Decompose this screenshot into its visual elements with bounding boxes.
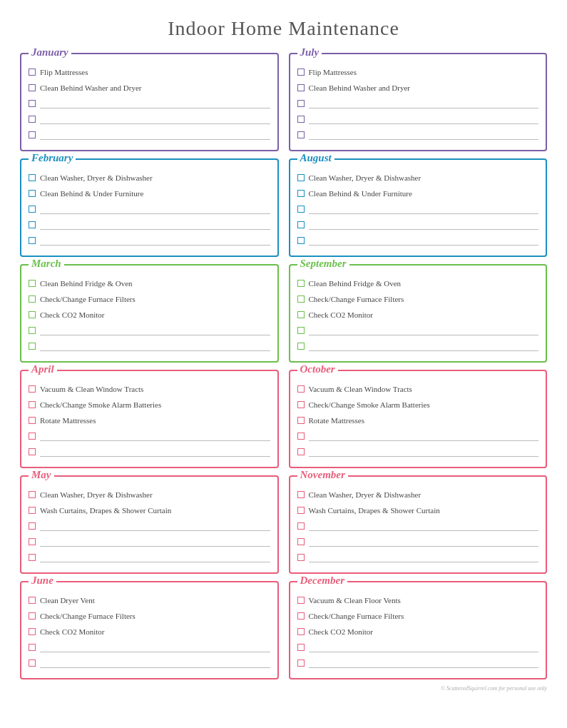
blank-checkbox-icon[interactable] [297,343,305,350]
blank-task-item[interactable] [297,234,539,247]
blank-checkbox-icon[interactable] [297,448,305,455]
checkbox-icon[interactable] [29,417,36,424]
blank-checkbox-icon[interactable] [29,116,36,123]
checkbox-icon[interactable] [297,401,305,408]
blank-task-item[interactable] [297,445,539,458]
checkbox-icon[interactable] [297,295,305,303]
task-item[interactable]: Clean Washer, Dryer & Dishwasher [297,488,539,501]
blank-checkbox-icon[interactable] [297,327,305,334]
blank-task-item[interactable] [29,234,270,247]
task-item[interactable]: Check/Change Furnace Filters [29,610,270,622]
blank-checkbox-icon[interactable] [29,644,36,651]
task-item[interactable]: Clean Dryer Vent [29,594,270,607]
checkbox-icon[interactable] [297,69,305,76]
blank-checkbox-icon[interactable] [29,100,36,107]
task-item[interactable]: Clean Behind Washer and Dryer [297,81,539,94]
blank-task-item[interactable] [29,641,270,654]
blank-task-item[interactable] [29,551,270,564]
checkbox-icon[interactable] [29,628,36,635]
blank-checkbox-icon[interactable] [297,644,305,651]
blank-task-item[interactable] [29,324,270,337]
blank-task-item[interactable] [297,113,539,126]
task-item[interactable]: Vacuum & Clean Window Tracts [29,383,270,395]
checkbox-icon[interactable] [29,295,36,303]
blank-task-item[interactable] [297,657,539,669]
blank-checkbox-icon[interactable] [29,221,36,228]
blank-task-item[interactable] [297,203,539,216]
blank-checkbox-icon[interactable] [297,433,305,440]
blank-task-item[interactable] [297,430,539,443]
blank-task-item[interactable] [297,128,539,141]
task-item[interactable]: Clean Washer, Dryer & Dishwasher [29,171,270,184]
blank-task-item[interactable] [29,113,270,126]
blank-task-item[interactable] [29,445,270,458]
blank-checkbox-icon[interactable] [29,554,36,561]
blank-checkbox-icon[interactable] [29,327,36,334]
checkbox-icon[interactable] [297,84,305,91]
blank-checkbox-icon[interactable] [297,131,305,138]
blank-task-item[interactable] [29,128,270,141]
task-item[interactable]: Check/Change Furnace Filters [297,293,539,305]
task-item[interactable]: Clean Washer, Dryer & Dishwasher [29,488,270,501]
blank-checkbox-icon[interactable] [29,237,36,244]
checkbox-icon[interactable] [297,280,305,287]
blank-task-item[interactable] [29,535,270,548]
task-item[interactable]: Check CO2 Monitor [29,625,270,638]
checkbox-icon[interactable] [297,612,305,620]
blank-task-item[interactable] [29,218,270,231]
checkbox-icon[interactable] [29,385,36,393]
checkbox-icon[interactable] [29,69,36,76]
blank-checkbox-icon[interactable] [29,522,36,530]
checkbox-icon[interactable] [29,612,36,620]
task-item[interactable]: Wash Curtains, Drapes & Shower Curtain [29,504,270,517]
checkbox-icon[interactable] [29,311,36,318]
task-item[interactable]: Clean Behind Washer and Dryer [29,81,270,94]
task-item[interactable]: Flip Mattresses [297,66,539,79]
blank-task-item[interactable] [29,203,270,216]
blank-task-item[interactable] [29,340,270,353]
checkbox-icon[interactable] [297,311,305,318]
blank-checkbox-icon[interactable] [297,116,305,123]
blank-checkbox-icon[interactable] [297,538,305,545]
task-item[interactable]: Vacuum & Clean Floor Vents [297,594,539,607]
blank-checkbox-icon[interactable] [297,221,305,228]
checkbox-icon[interactable] [297,174,305,181]
blank-checkbox-icon[interactable] [297,206,305,213]
checkbox-icon[interactable] [29,190,36,197]
task-item[interactable]: Clean Behind & Under Furniture [297,187,539,200]
blank-task-item[interactable] [297,535,539,548]
task-item[interactable]: Clean Behind & Under Furniture [29,187,270,200]
blank-checkbox-icon[interactable] [297,659,305,667]
checkbox-icon[interactable] [29,507,36,514]
checkbox-icon[interactable] [297,385,305,393]
blank-checkbox-icon[interactable] [297,237,305,244]
blank-task-item[interactable] [29,97,270,110]
checkbox-icon[interactable] [297,491,305,498]
checkbox-icon[interactable] [297,417,305,424]
blank-task-item[interactable] [297,324,539,337]
blank-checkbox-icon[interactable] [297,100,305,107]
checkbox-icon[interactable] [297,628,305,635]
task-item[interactable]: Vacuum & Clean Window Tracts [297,383,539,395]
checkbox-icon[interactable] [29,84,36,91]
blank-task-item[interactable] [29,657,270,669]
blank-checkbox-icon[interactable] [297,554,305,561]
checkbox-icon[interactable] [29,401,36,408]
task-item[interactable]: Rotate Mattresses [297,414,539,427]
checkbox-icon[interactable] [29,174,36,181]
blank-task-item[interactable] [297,340,539,353]
task-item[interactable]: Clean Behind Fridge & Oven [29,277,270,290]
task-item[interactable]: Check/Change Smoke Alarm Batteries [297,398,539,411]
blank-checkbox-icon[interactable] [29,343,36,350]
blank-checkbox-icon[interactable] [29,659,36,667]
blank-checkbox-icon[interactable] [29,433,36,440]
checkbox-icon[interactable] [297,597,305,604]
task-item[interactable]: Rotate Mattresses [29,414,270,427]
task-item[interactable]: Wash Curtains, Drapes & Shower Curtain [297,504,539,517]
task-item[interactable]: Check/Change Smoke Alarm Batteries [29,398,270,411]
blank-checkbox-icon[interactable] [29,448,36,455]
blank-task-item[interactable] [29,520,270,532]
checkbox-icon[interactable] [297,507,305,514]
task-item[interactable]: Clean Washer, Dryer & Dishwasher [297,171,539,184]
checkbox-icon[interactable] [29,491,36,498]
